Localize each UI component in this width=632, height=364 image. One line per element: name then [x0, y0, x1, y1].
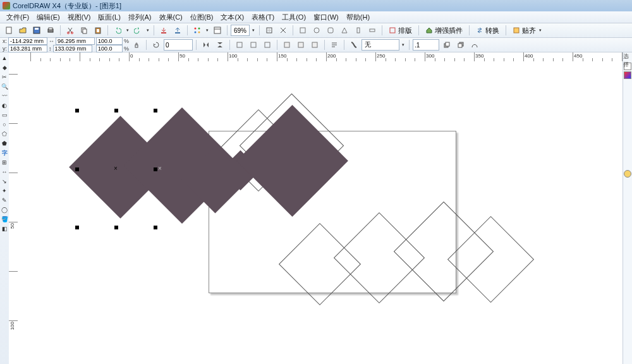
save-button[interactable]: [31, 25, 42, 36]
convert-curves-button[interactable]: [469, 39, 480, 51]
tool-a[interactable]: [297, 25, 308, 36]
paste-button[interactable]: [92, 25, 104, 36]
menu-help[interactable]: 帮助(H): [343, 12, 374, 23]
misc-f[interactable]: [309, 39, 320, 51]
rotation-input[interactable]: [164, 39, 193, 51]
menu-arrange[interactable]: 排列(A): [125, 12, 155, 23]
new-button[interactable]: [3, 25, 15, 36]
welcome-button[interactable]: [212, 25, 223, 36]
misc-d[interactable]: [281, 39, 293, 51]
menu-text[interactable]: 文本(X): [217, 12, 248, 23]
x-position-input[interactable]: [8, 37, 47, 45]
export-button[interactable]: [172, 25, 183, 36]
table-tool[interactable]: ⊞: [1, 158, 8, 167]
zengqiang-button[interactable]: 增强插件: [422, 24, 466, 37]
app-launcher-button[interactable]: [191, 25, 203, 36]
menu-bar[interactable]: 文件(F) 编辑(E) 视图(V) 版面(L) 排列(A) 效果(C) 位图(B…: [0, 11, 632, 23]
wrap-text-button[interactable]: [329, 39, 340, 51]
height-input[interactable]: [53, 45, 92, 52]
mirror-h-button[interactable]: [200, 39, 212, 51]
smart-fill-tool[interactable]: ◐: [1, 101, 8, 110]
menu-tools[interactable]: 工具(O): [278, 12, 310, 23]
nudge-input[interactable]: [413, 39, 439, 51]
tool-c[interactable]: [325, 25, 336, 36]
import-button[interactable]: [158, 25, 169, 36]
canvas[interactable]: × ×: [18, 61, 623, 364]
interactive-tool[interactable]: ✦: [1, 186, 8, 195]
misc-a[interactable]: [234, 39, 245, 51]
outline-tool[interactable]: ◯: [1, 205, 8, 214]
ruler-origin[interactable]: [9, 52, 18, 62]
basic-shapes-tool[interactable]: ⬟: [1, 139, 8, 148]
zoom-dropdown[interactable]: ▾: [251, 25, 256, 35]
redo-button[interactable]: [132, 25, 143, 36]
copy-button[interactable]: [78, 25, 90, 36]
menu-view[interactable]: 视图(V): [64, 12, 95, 23]
snap-toggle-2[interactable]: [277, 25, 289, 36]
selection-handle[interactable]: [114, 109, 118, 112]
menu-effects[interactable]: 效果(C): [155, 12, 186, 23]
tool-d[interactable]: [339, 25, 350, 36]
fill-tool[interactable]: 🪣: [1, 215, 8, 224]
tool-e[interactable]: [353, 25, 364, 36]
selection-center[interactable]: ×: [113, 166, 118, 171]
redo-history-dropdown[interactable]: ▾: [145, 25, 150, 35]
selection-handle[interactable]: [154, 109, 157, 112]
text-tool[interactable]: 字: [1, 149, 8, 157]
selection-handle[interactable]: [154, 226, 157, 229]
misc-c[interactable]: [262, 39, 273, 51]
misc-e[interactable]: [295, 39, 307, 51]
ruler-vertical[interactable]: 50100: [9, 61, 18, 364]
shape-tool[interactable]: ◆: [1, 63, 8, 72]
eyedropper-tool[interactable]: ✎: [1, 196, 8, 205]
color-swatch[interactable]: [624, 170, 631, 178]
rectangle-tool[interactable]: ▭: [1, 111, 8, 119]
pick-tool[interactable]: ▲: [1, 54, 8, 63]
zoom-tool[interactable]: 🔍: [1, 82, 8, 91]
menu-layout[interactable]: 版面(L): [94, 12, 124, 23]
menu-table[interactable]: 表格(T): [248, 12, 278, 23]
tool-f[interactable]: [367, 25, 378, 36]
polygon-tool[interactable]: ⬠: [1, 130, 8, 138]
tool-b[interactable]: [311, 25, 322, 36]
menu-edit[interactable]: 编辑(E): [33, 12, 64, 23]
cut-button[interactable]: [64, 25, 76, 36]
ellipse-tool[interactable]: ○: [1, 120, 8, 129]
crop-tool[interactable]: ✂: [1, 73, 8, 82]
freehand-tool[interactable]: 〰: [1, 92, 8, 100]
dimension-tool[interactable]: ↔: [1, 167, 8, 176]
scale-y-input[interactable]: [96, 45, 123, 52]
menu-file[interactable]: 文件(F): [3, 12, 33, 23]
outline-dropdown[interactable]: ▾: [401, 40, 406, 50]
undo-history-dropdown[interactable]: ▾: [125, 25, 130, 35]
mirror-v-button[interactable]: [214, 39, 226, 51]
tiepai-button[interactable]: 贴齐▾: [509, 24, 546, 37]
ruler-horizontal[interactable]: 050100150200250300350400450: [18, 52, 623, 62]
app-launcher-dropdown[interactable]: ▾: [205, 25, 210, 35]
connector-tool[interactable]: ↘: [1, 177, 8, 186]
lock-ratio-button[interactable]: [131, 39, 142, 51]
side-panel-label[interactable]: 选择: [623, 52, 631, 69]
misc-b[interactable]: [248, 39, 259, 51]
menu-bitmap[interactable]: 位图(B): [186, 12, 217, 23]
print-button[interactable]: [45, 25, 56, 36]
zoom-level-input[interactable]: 69%: [231, 25, 250, 36]
selection-handle[interactable]: [75, 109, 79, 112]
width-input[interactable]: [56, 37, 95, 45]
to-back-button[interactable]: [455, 39, 466, 51]
undo-button[interactable]: [112, 25, 123, 36]
zhuanhuan-button[interactable]: 转换: [473, 24, 502, 37]
selection-handle[interactable]: [75, 167, 79, 171]
snap-toggle[interactable]: [264, 25, 275, 36]
interactive-fill-tool[interactable]: ◧: [1, 224, 8, 233]
scale-x-input[interactable]: [96, 37, 123, 45]
paiban-button[interactable]: 排版: [386, 24, 415, 37]
menu-window[interactable]: 窗口(W): [310, 12, 343, 23]
to-front-button[interactable]: [441, 39, 453, 51]
selection-handle[interactable]: [114, 226, 118, 229]
color-swatch[interactable]: [624, 71, 631, 79]
open-button[interactable]: [17, 25, 28, 36]
selection-handle[interactable]: [75, 226, 79, 229]
outline-width-input[interactable]: 无: [362, 39, 399, 51]
y-position-input[interactable]: [8, 45, 47, 52]
